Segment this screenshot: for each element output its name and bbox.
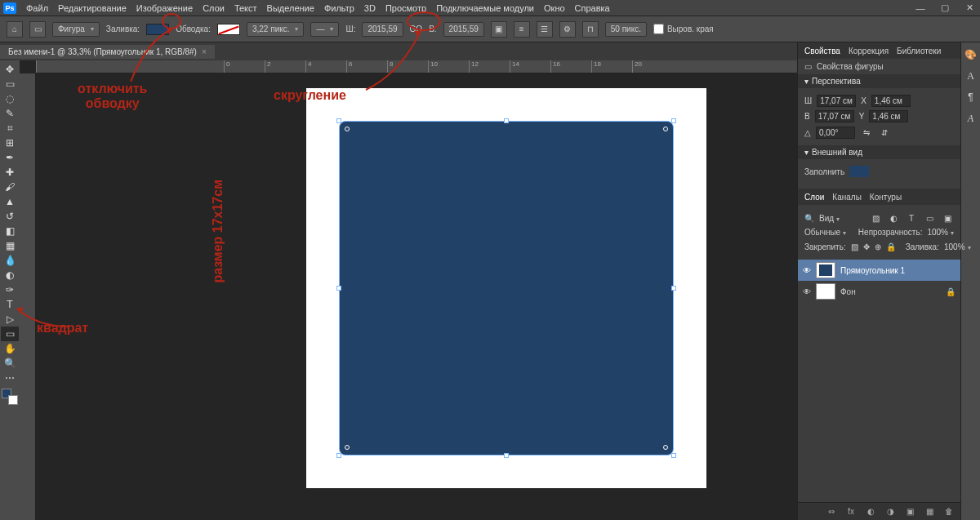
more-tools-icon[interactable]: ⋯ — [1, 371, 19, 385]
gear-icon[interactable]: ⚙ — [559, 21, 576, 38]
stroke-width-input[interactable]: 3,22 пикс. — [247, 22, 305, 37]
transform-handle[interactable] — [671, 286, 676, 291]
link-layers-icon[interactable]: ⇔ — [825, 505, 838, 518]
align-edges-checkbox[interactable]: Выров. края — [653, 24, 714, 34]
transform-handle[interactable] — [336, 118, 341, 123]
tab-paths[interactable]: Контуры — [870, 193, 902, 202]
prop-height-input[interactable] — [815, 110, 854, 122]
tab-properties[interactable]: Свойства — [804, 47, 840, 56]
corner-radius-input[interactable]: 50 пикс. — [605, 22, 647, 37]
corner-radius-handle-icon[interactable] — [345, 445, 350, 450]
shape-rectangle[interactable] — [339, 121, 674, 456]
shape-mode-dropdown[interactable]: Фигура — [52, 22, 100, 37]
layer-row[interactable]: 👁 Прямоугольник 1 — [798, 260, 960, 281]
height-input[interactable]: 2015,59 — [443, 22, 484, 37]
prop-y-input[interactable] — [869, 110, 908, 122]
filter-smart-icon[interactable]: ▣ — [941, 211, 954, 224]
quickselect-tool-icon[interactable]: ✎ — [1, 106, 19, 121]
fg-bg-swatches[interactable] — [2, 389, 18, 405]
prop-angle-input[interactable] — [816, 127, 855, 139]
prop-fill-swatch[interactable] — [849, 166, 869, 177]
frame-tool-icon[interactable]: ⊞ — [1, 136, 19, 150]
eraser-tool-icon[interactable]: ◧ — [1, 224, 19, 238]
group-icon[interactable]: ▣ — [903, 505, 916, 518]
corner-radius-handle-icon[interactable] — [663, 445, 668, 450]
tab-adjustments[interactable]: Коррекция — [849, 47, 889, 56]
tab-libraries[interactable]: Библиотеки — [897, 47, 941, 56]
home-icon[interactable]: ⌂ — [7, 21, 23, 38]
transform-handle[interactable] — [336, 286, 341, 291]
stroke-style-dropdown[interactable]: — — [310, 22, 339, 37]
menu-layers[interactable]: Слои — [203, 3, 225, 13]
menu-help[interactable]: Справка — [575, 3, 610, 13]
flip-h-icon[interactable]: ⇋ — [860, 126, 873, 139]
menu-file[interactable]: Файл — [26, 3, 48, 13]
corner-radius-handle-icon[interactable] — [663, 127, 668, 131]
heal-tool-icon[interactable]: ✚ — [1, 165, 19, 180]
fx-icon[interactable]: fx — [844, 505, 858, 518]
filter-type-icon[interactable]: T — [905, 211, 918, 224]
tool-preset-icon[interactable]: ▭ — [29, 21, 46, 38]
lock-pixels-icon[interactable]: ▨ — [851, 240, 858, 253]
history-brush-tool-icon[interactable]: ↺ — [1, 209, 19, 224]
layer-row[interactable]: 👁 Фон 🔒 — [798, 281, 960, 302]
filter-pixel-icon[interactable]: ▨ — [869, 211, 882, 224]
transform-handle[interactable] — [504, 118, 509, 123]
dodge-tool-icon[interactable]: ◐ — [1, 268, 19, 282]
lock-artboard-icon[interactable]: ⊕ — [875, 240, 881, 253]
opacity-input[interactable]: 100% — [927, 228, 954, 237]
menu-filter[interactable]: Фильтр — [324, 3, 354, 13]
character-panel-icon[interactable]: A — [964, 69, 978, 83]
canvas[interactable] — [306, 88, 706, 488]
layer-filter-dropdown[interactable]: Вид — [819, 214, 864, 223]
pen-tool-icon[interactable]: ✑ — [1, 282, 19, 297]
new-layer-icon[interactable]: ▦ — [923, 505, 936, 518]
lock-position-icon[interactable]: ✥ — [863, 240, 870, 253]
lasso-tool-icon[interactable]: ◌ — [1, 91, 19, 106]
width-input[interactable]: 2015,59 — [362, 22, 403, 37]
transform-handle[interactable] — [671, 118, 676, 123]
align-icon[interactable]: ≡ — [514, 21, 530, 38]
pathselect-tool-icon[interactable]: ▷ — [1, 312, 19, 327]
hand-tool-icon[interactable]: ✋ — [1, 341, 19, 356]
document-tab[interactable]: Без имени-1 @ 33,3% (Прямоугольник 1, RG… — [0, 45, 215, 59]
filter-shape-icon[interactable]: ▭ — [923, 211, 936, 224]
type-tool-icon[interactable]: T — [1, 297, 19, 312]
pathops-icon[interactable]: ▣ — [491, 21, 507, 38]
transform-handle[interactable] — [671, 453, 676, 458]
eyedropper-tool-icon[interactable]: ✒ — [1, 150, 19, 165]
transform-handle[interactable] — [504, 453, 509, 458]
layer-name[interactable]: Фон — [840, 287, 856, 296]
visibility-eye-icon[interactable]: 👁 — [803, 266, 811, 275]
minimize-icon[interactable]: — — [913, 2, 928, 14]
menu-text[interactable]: Текст — [234, 3, 257, 13]
color-panel-icon[interactable]: 🎨 — [964, 47, 978, 62]
flip-v-icon[interactable]: ⇵ — [878, 126, 891, 139]
document-tab-close-icon[interactable]: × — [202, 47, 207, 56]
layer-name[interactable]: Прямоугольник 1 — [840, 266, 905, 275]
filter-adjust-icon[interactable]: ◐ — [887, 211, 900, 224]
trash-icon[interactable]: 🗑 — [942, 505, 956, 518]
stamp-tool-icon[interactable]: ▲ — [1, 194, 19, 209]
transform-section-header[interactable]: ▾ Перспектива — [798, 74, 960, 88]
menu-select[interactable]: Выделение — [267, 3, 314, 13]
layer-thumbnail[interactable] — [816, 283, 835, 300]
canvas-viewport[interactable] — [36, 73, 797, 520]
corner-link-icon[interactable]: ⊓ — [582, 21, 599, 38]
mask-icon[interactable]: ◐ — [864, 505, 877, 518]
menu-plugins[interactable]: Подключаемые модули — [436, 3, 534, 13]
prop-x-input[interactable] — [871, 95, 911, 107]
align-edges-box[interactable] — [653, 24, 664, 34]
brush-tool-icon[interactable]: 🖌 — [1, 180, 19, 194]
blur-tool-icon[interactable]: 💧 — [1, 253, 19, 268]
menu-image[interactable]: Изображение — [136, 3, 193, 13]
layer-fill-input[interactable]: 100% — [944, 242, 971, 251]
corner-radius-handle-icon[interactable] — [345, 127, 350, 131]
adjustment-icon[interactable]: ◑ — [884, 505, 897, 518]
blend-mode-dropdown[interactable]: Обычные — [804, 228, 846, 237]
close-icon[interactable]: ✕ — [962, 2, 977, 14]
transform-handle[interactable] — [336, 453, 341, 458]
paragraph-panel-icon[interactable]: ¶ — [964, 90, 978, 104]
tab-channels[interactable]: Каналы — [832, 193, 862, 202]
menu-window[interactable]: Окно — [544, 3, 565, 13]
